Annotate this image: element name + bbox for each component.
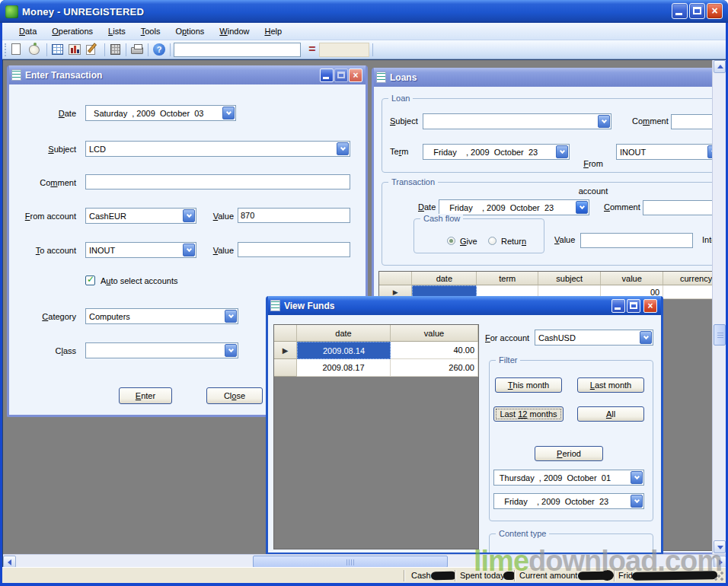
chevron-down-icon[interactable] — [640, 331, 652, 344]
menu-data[interactable]: Data — [11, 23, 44, 40]
vertical-scrollbar[interactable] — [712, 60, 726, 554]
to-account-combobox[interactable]: INOUT — [85, 242, 196, 258]
menu-window[interactable]: Window — [212, 23, 257, 40]
cell-value[interactable]: 260.00 — [391, 359, 478, 377]
transaction-value-input[interactable] — [580, 233, 693, 248]
new-file-icon[interactable] — [8, 42, 24, 57]
chevron-down-icon[interactable] — [556, 145, 568, 158]
scroll-right-button[interactable] — [714, 556, 726, 567]
give-radio[interactable] — [447, 237, 455, 245]
chevron-down-icon[interactable] — [225, 310, 237, 323]
last-12-months-button[interactable]: Last 12 months — [493, 406, 564, 422]
enter-transaction-titlebar[interactable]: Enter Transaction — [7, 65, 368, 84]
chevron-down-icon[interactable] — [631, 471, 643, 484]
table-row[interactable]: ▶ 2009.08.14 40.00 — [274, 342, 478, 359]
from-account-combobox[interactable]: CashEUR — [85, 208, 196, 224]
menu-lists[interactable]: Lists — [101, 23, 133, 40]
toolbar-result-field[interactable] — [319, 43, 369, 57]
grid-corner — [379, 272, 412, 285]
column-header-date[interactable]: date — [412, 272, 477, 285]
chevron-down-icon[interactable] — [576, 201, 588, 214]
horizontal-scrollbar[interactable] — [3, 554, 726, 567]
loan-term-datepicker[interactable]: Friday , 2009 October 23 — [423, 144, 570, 160]
class-label: Class — [15, 346, 76, 356]
arrow-right-icon — [719, 559, 723, 565]
menu-operations[interactable]: Operations — [44, 23, 101, 40]
to-value-input[interactable] — [238, 242, 350, 257]
chart-icon[interactable] — [67, 42, 82, 57]
accounts-table-icon[interactable] — [50, 42, 65, 57]
to-account-label: To account — [15, 246, 76, 256]
category-combobox[interactable]: Computers — [85, 308, 238, 324]
subject-combobox[interactable]: LCD — [85, 141, 350, 157]
for-account-combobox[interactable]: CashUSD — [535, 330, 653, 346]
minimize-button[interactable] — [320, 68, 334, 82]
help-icon[interactable]: ? — [152, 42, 167, 57]
main-titlebar[interactable]: Money - UNREGISTERED — [0, 0, 728, 23]
view-funds-titlebar[interactable]: View Funds — [266, 296, 663, 315]
from-value-input[interactable] — [238, 208, 350, 223]
column-header-date[interactable]: date — [297, 325, 391, 342]
column-header-value[interactable]: value — [601, 272, 663, 285]
funds-grid[interactable]: date value ▶ 2009.08.14 40.00 2009.08.17… — [273, 324, 479, 549]
class-combobox[interactable] — [85, 342, 238, 358]
menu-tools[interactable]: Tools — [133, 23, 168, 40]
chevron-down-icon[interactable] — [222, 107, 235, 119]
loan-from-account-combobox[interactable]: INOUT — [616, 144, 721, 160]
loan-subject-combobox[interactable] — [423, 113, 611, 129]
all-button[interactable]: All — [577, 406, 644, 422]
horizontal-scroll-thumb[interactable] — [253, 556, 448, 567]
period-from-datepicker[interactable]: Thursday , 2009 October 01 — [493, 470, 644, 486]
close-button[interactable]: × — [707, 3, 723, 19]
resize-grip[interactable] — [714, 572, 724, 581]
close-icon: × — [707, 4, 722, 18]
close-button-dialog[interactable]: Close — [206, 387, 263, 404]
cell-date[interactable]: 2009.08.17 — [297, 359, 391, 377]
menu-options[interactable]: Options — [168, 23, 212, 40]
edit-note-icon[interactable] — [85, 42, 100, 57]
chevron-down-icon[interactable] — [225, 344, 237, 357]
last-month-button[interactable]: Last month — [577, 377, 644, 393]
scroll-left-button[interactable] — [3, 556, 16, 567]
close-button[interactable]: × — [349, 68, 362, 82]
calculator-icon[interactable] — [108, 42, 123, 57]
toolbar-search-input[interactable] — [174, 43, 301, 57]
auto-select-checkbox[interactable]: ✓ — [85, 275, 95, 285]
filter-legend: Filter — [496, 355, 520, 365]
column-header-subject[interactable]: subject — [538, 272, 601, 285]
minimize-button[interactable] — [611, 299, 625, 313]
vertical-scroll-thumb[interactable] — [714, 324, 726, 346]
maximize-button[interactable] — [627, 299, 640, 313]
close-button[interactable]: × — [643, 299, 657, 313]
date-datepicker[interactable]: Saturday , 2009 October 03 — [85, 105, 236, 121]
scroll-up-button[interactable] — [714, 60, 726, 73]
toolbar-grip[interactable] — [5, 43, 7, 56]
redacted-current-value — [601, 570, 614, 581]
maximize-button[interactable] — [689, 3, 705, 19]
chevron-down-icon[interactable] — [337, 142, 349, 155]
return-radio[interactable] — [488, 237, 497, 245]
money-bag-icon[interactable] — [27, 42, 42, 57]
cell-value[interactable]: 40.00 — [391, 342, 478, 359]
menu-help[interactable]: Help — [257, 23, 289, 40]
comment-input[interactable] — [85, 174, 350, 189]
column-header-term[interactable]: term — [477, 272, 538, 285]
period-to-datepicker[interactable]: Friday , 2009 October 23 — [493, 493, 644, 509]
chevron-down-icon[interactable] — [631, 495, 643, 508]
this-month-button[interactable]: This month — [495, 377, 562, 393]
equals-icon[interactable]: = — [307, 42, 318, 57]
scroll-down-button[interactable] — [714, 540, 726, 553]
column-header-value[interactable]: value — [391, 325, 478, 342]
table-row[interactable]: 2009.08.17 260.00 — [274, 359, 478, 377]
row-header — [274, 359, 297, 377]
maximize-button[interactable] — [334, 68, 348, 82]
period-button[interactable]: Period — [535, 446, 603, 461]
to-value-label: Value — [184, 246, 234, 256]
chevron-down-icon[interactable] — [598, 115, 610, 128]
transaction-date-datepicker[interactable]: Friday , 2009 October 23 — [439, 199, 589, 215]
enter-button[interactable]: Enter — [119, 387, 172, 404]
printer-icon[interactable] — [129, 42, 145, 57]
cell-date[interactable]: 2009.08.14 — [297, 342, 391, 359]
minimize-button[interactable] — [672, 3, 688, 19]
loans-titlebar[interactable]: Loans — [372, 68, 726, 87]
